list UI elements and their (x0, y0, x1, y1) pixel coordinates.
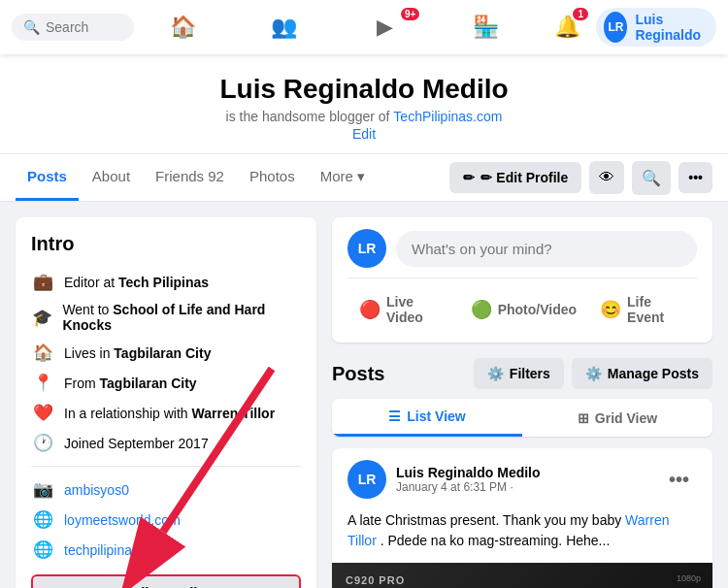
intro-title: Intro (31, 233, 301, 255)
compose-live-video[interactable]: 🔴 Live Video (347, 288, 459, 331)
life-event-label: Life Event (627, 294, 685, 325)
profile-nav-left: Posts About Friends 92 Photos More ▾ (16, 154, 377, 201)
intro-link-instagram: 📷 ambisyos0 (31, 474, 301, 505)
nav-store-button[interactable]: 🏪 (437, 4, 534, 50)
compose-input[interactable] (396, 231, 697, 267)
nav-video-button[interactable]: ▶ 9+ (336, 4, 433, 50)
compose-photo-video[interactable]: 🟢 Photo/Video (459, 288, 588, 331)
intro-item-joined: 🕐 Joined September 2017 (31, 428, 301, 458)
nav-friends-button[interactable]: 👥 (235, 4, 332, 50)
search-icon: 🔍 (23, 19, 40, 35)
globe-icon-1: 🌐 (31, 509, 54, 530)
profile-edit-link[interactable]: Edit (0, 126, 728, 142)
instagram-icon: 📷 (31, 479, 54, 500)
blog2-link[interactable]: techpilipinas.com (64, 542, 168, 558)
edit-pencil-icon: ✏ (463, 170, 475, 185)
instagram-link[interactable]: ambisyos0 (64, 482, 129, 498)
post-time: January 4 at 6:31 PM · (396, 480, 651, 494)
bio-link[interactable]: TechPilipinas.com (393, 109, 502, 124)
search-icon-button[interactable]: 🔍 (632, 161, 671, 195)
relationship-text: In a relationship with Warren Tillor (64, 406, 275, 421)
view-toggle: ☰ List View ⊞ Grid View (332, 399, 712, 437)
heart-icon: ❤️ (31, 403, 54, 423)
grid-view-icon: ⊞ (578, 410, 589, 426)
list-view-button[interactable]: ☰ List View (332, 399, 522, 437)
intro-item-lives: 🏠 Lives in Tagbilaran City (31, 338, 301, 368)
intro-item-relationship: ❤️ In a relationship with Warren Tillor (31, 398, 301, 428)
tab-posts[interactable]: Posts (16, 154, 79, 201)
post-author: Luis Reginaldo Medilo (396, 465, 651, 480)
profile-nav-right: ✏ ✏ Edit Profile 👁 🔍 ••• (449, 161, 712, 195)
webcam-label-text: C920 PROHD WEBCAM (346, 572, 422, 588)
sidebar: Intro 💼 Editor at Tech Pilipinas 🎓 Went … (16, 217, 316, 588)
tab-friends[interactable]: Friends 92 (144, 154, 236, 201)
compose-box: LR 🔴 Live Video 🟢 Photo/Video 😊 Life Eve… (332, 217, 712, 343)
clock-icon: 🕐 (31, 433, 54, 453)
work-text: Editor at Tech Pilipinas (64, 275, 209, 290)
top-nav: 🔍 🏠 👥 ▶ 9+ 🏪 🔔 1 LR Luis Reginaldo (0, 0, 728, 54)
post-more-button[interactable]: ••• (661, 465, 697, 495)
live-video-icon: 🔴 (359, 299, 381, 320)
posts-actions: ⚙️ Filters ⚙️ Manage Posts (474, 358, 712, 389)
post-text-before: A late Christmas present. Thank you my b… (347, 512, 625, 528)
tab-photos[interactable]: Photos (238, 154, 307, 201)
nav-center-icons: 🏠 👥 ▶ 9+ 🏪 🔔 1 (134, 4, 596, 50)
nav-search-container: 🔍 (12, 14, 134, 41)
intro-item-work: 💼 Editor at Tech Pilipinas (31, 267, 301, 297)
live-video-label: Live Video (386, 294, 447, 325)
manage-posts-button[interactable]: ⚙️ Manage Posts (572, 358, 712, 389)
feed: LR 🔴 Live Video 🟢 Photo/Video 😊 Life Eve… (332, 217, 712, 588)
profile-bio: is the handsome blogger of TechPilipinas… (0, 109, 728, 124)
tab-more[interactable]: More ▾ (309, 154, 377, 201)
avatar-initials: LR (608, 20, 623, 34)
post-meta: Luis Reginaldo Medilo January 4 at 6:31 … (396, 465, 651, 494)
lives-text: Lives in Tagbilaran City (64, 345, 211, 361)
edit-details-button[interactable]: Edit Details (31, 574, 301, 588)
location-icon: 📍 (31, 373, 54, 393)
globe-icon-2: 🌐 (31, 539, 54, 560)
filters-button[interactable]: ⚙️ Filters (474, 358, 564, 389)
video-badge: 9+ (401, 8, 419, 20)
compose-actions: 🔴 Live Video 🟢 Photo/Video 😊 Life Event (347, 278, 697, 331)
edit-profile-button[interactable]: ✏ ✏ Edit Profile (449, 162, 581, 193)
grid-view-button[interactable]: ⊞ Grid View (522, 399, 712, 437)
avatar: LR (604, 12, 627, 43)
education-icon: 🎓 (31, 308, 52, 328)
profile-header: Luis Reginaldo Medilo is the handsome bl… (0, 54, 728, 202)
grid-view-label: Grid View (595, 410, 657, 426)
tab-about[interactable]: About (81, 154, 142, 201)
bell-badge: 1 (573, 8, 588, 20)
joined-text: Joined September 2017 (64, 436, 209, 451)
nav-home-button[interactable]: 🏠 (134, 4, 231, 50)
intro-item-from: 📍 From Tagbilaran City (31, 368, 301, 398)
nav-bell-button[interactable]: 🔔 1 (538, 4, 596, 50)
manage-label: Manage Posts (608, 366, 699, 381)
nav-user-button[interactable]: LR Luis Reginaldo (596, 8, 716, 47)
blog1-link[interactable]: loymeetsworld.com (64, 512, 181, 528)
posts-title: Posts (332, 363, 384, 385)
main-content: Intro 💼 Editor at Tech Pilipinas 🎓 Went … (0, 202, 728, 588)
profile-name: Luis Reginaldo Medilo (0, 74, 728, 105)
post-text-after: . Pdede na ko mag-streaming. Hehe... (377, 533, 610, 548)
from-text: From Tagbilaran City (64, 376, 197, 391)
nav-right: LR Luis Reginaldo (596, 8, 716, 47)
intro-link-blog2: 🌐 techpilipinas.com (31, 535, 301, 565)
intro-item-education: 🎓 Went to School of Life and Hard Knocks (31, 297, 301, 338)
compose-row: LR (347, 229, 697, 268)
post-card: LR Luis Reginaldo Medilo January 4 at 6:… (332, 448, 712, 588)
intro-link-blog1: 🌐 loymeetsworld.com (31, 505, 301, 535)
post-image: C920 PROHD WEBCAM 1080p30 fps logi (332, 563, 712, 588)
more-icon-button[interactable]: ••• (678, 162, 712, 193)
profile-nav: Posts About Friends 92 Photos More ▾ ✏ ✏… (0, 153, 728, 201)
filters-label: Filters (510, 366, 550, 381)
compose-avatar: LR (347, 229, 386, 268)
webcam-specs: 1080p30 fps (677, 572, 701, 588)
post-text: A late Christmas present. Thank you my b… (332, 510, 712, 563)
photo-video-label: Photo/Video (498, 302, 577, 317)
life-event-icon: 😊 (600, 299, 621, 320)
work-icon: 💼 (31, 272, 54, 292)
search-input[interactable] (46, 19, 122, 35)
intro-card: Intro 💼 Editor at Tech Pilipinas 🎓 Went … (16, 217, 316, 588)
view-icon-button[interactable]: 👁 (589, 161, 624, 194)
compose-life-event[interactable]: 😊 Life Event (588, 288, 697, 331)
